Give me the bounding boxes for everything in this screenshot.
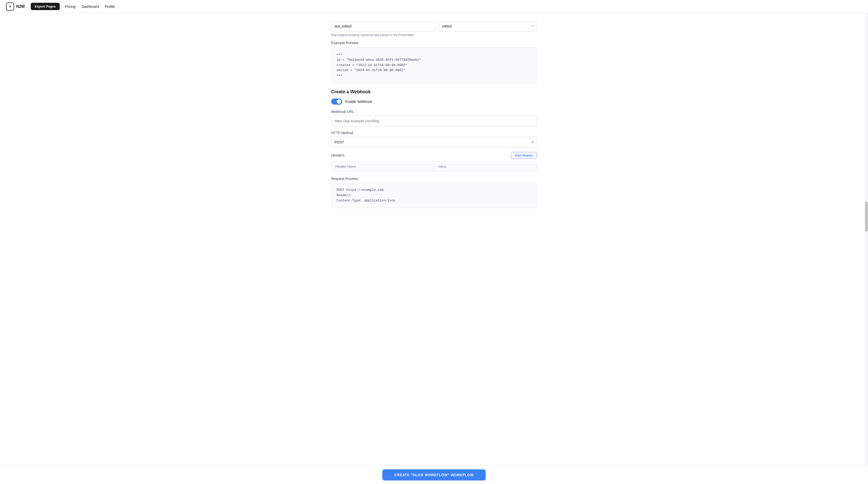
headers-label: Headers <box>331 153 344 157</box>
new-property-wrapper: × <box>439 21 537 31</box>
scrollbar-thumb[interactable] <box>865 202 868 232</box>
request-preview-code: POST https://example.com Headers: Conten… <box>331 183 537 208</box>
webhook-url-input[interactable] <box>331 116 537 126</box>
headers-table-header-row: Header Name Value <box>332 161 536 172</box>
navbar: # N2M Export Pages Pricing Dashboard Pro… <box>0 0 868 13</box>
logo-icon: # <box>6 2 14 10</box>
map-hint: Map original property names to new names… <box>331 33 537 41</box>
clear-property-button[interactable]: × <box>532 24 534 28</box>
scrollbar-track[interactable] <box>865 13 868 239</box>
http-method-select-wrap: POST GET PUT PATCH DELETE ▾ <box>331 137 537 148</box>
header-name-column: Header Name <box>332 161 434 172</box>
webhook-url-label: Webhook URL <box>331 110 537 114</box>
example-preview-section: Example Preview +++ id = "9e13ee34-a6ca-… <box>331 41 537 83</box>
export-pages-button[interactable]: Export Pages <box>31 3 60 10</box>
add-header-button[interactable]: Add Header <box>511 152 537 159</box>
enable-webhook-toggle[interactable] <box>331 98 342 104</box>
http-method-label: HTTP Method <box>331 131 537 135</box>
profile-link[interactable]: Profile <box>102 3 118 10</box>
enable-webhook-row: Enable Webhook <box>331 98 537 104</box>
logo: # N2M <box>6 2 25 10</box>
enable-webhook-label: Enable Webhook <box>345 99 372 103</box>
headers-header-row: Headers Add Header <box>331 152 537 159</box>
toggle-thumb <box>337 99 341 104</box>
example-preview-label: Example Preview <box>331 41 537 45</box>
http-method-select[interactable]: POST GET PUT PATCH DELETE <box>331 137 537 148</box>
dashboard-link[interactable]: Dashboard <box>79 3 102 10</box>
value-column: Value <box>434 161 537 172</box>
headers-table: Header Name Value <box>331 161 537 172</box>
pricing-link[interactable]: Pricing <box>62 3 79 10</box>
webhook-section: Create a Webhook Enable Webhook Webhook … <box>331 89 537 208</box>
logo-text: N2M <box>16 4 25 9</box>
property-map-row: × <box>331 17 537 33</box>
webhook-section-title: Create a Webhook <box>331 89 537 94</box>
example-preview-code: +++ id = "9e13ee34-a6ca-4635-8bf1-007709… <box>331 48 537 83</box>
original-property-input[interactable] <box>331 21 436 31</box>
new-property-input[interactable] <box>439 21 537 31</box>
request-preview-label: Request Preview <box>331 177 537 181</box>
